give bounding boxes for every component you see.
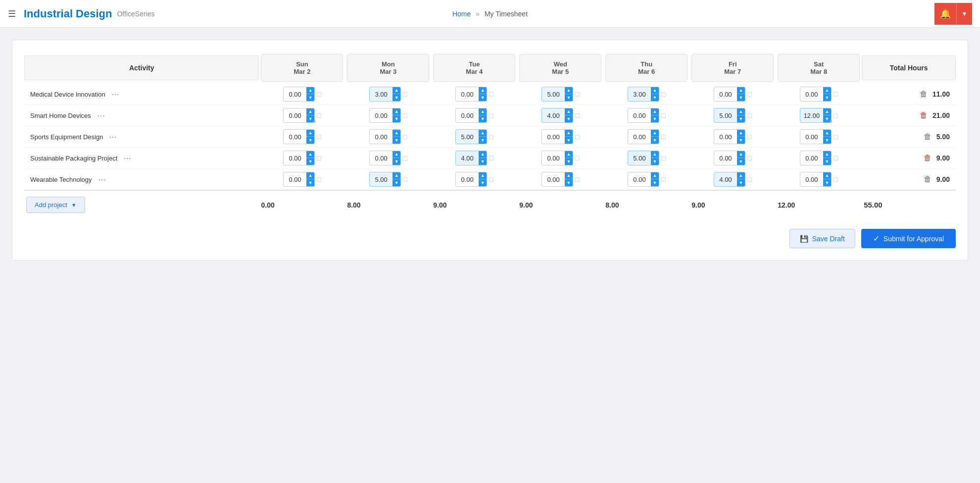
note-icon-1-5[interactable]: □ — [747, 111, 751, 119]
spin-down-0-5[interactable]: ▼ — [737, 94, 745, 101]
spin-down-3-3[interactable]: ▼ — [565, 158, 573, 165]
note-icon-2-0[interactable]: □ — [317, 133, 321, 141]
spin-up-2-5[interactable]: ▲ — [737, 130, 745, 137]
note-icon-2-4[interactable]: □ — [661, 133, 665, 141]
spin-up-0-1[interactable]: ▲ — [392, 87, 400, 94]
spin-down-0-4[interactable]: ▼ — [651, 94, 659, 101]
spin-down-1-5[interactable]: ▼ — [737, 115, 745, 122]
spin-down-0-1[interactable]: ▼ — [392, 94, 400, 101]
spin-down-1-4[interactable]: ▼ — [651, 115, 659, 122]
spin-up-2-1[interactable]: ▲ — [392, 130, 400, 137]
hour-input-4-1[interactable] — [370, 174, 392, 185]
spin-down-4-5[interactable]: ▼ — [737, 179, 745, 186]
spin-up-1-0[interactable]: ▲ — [306, 108, 314, 115]
note-icon-2-6[interactable]: □ — [833, 133, 837, 141]
spin-down-2-5[interactable]: ▼ — [737, 137, 745, 144]
spin-down-4-0[interactable]: ▼ — [306, 179, 314, 186]
spin-up-3-6[interactable]: ▲ — [823, 151, 831, 158]
row-options-button-1[interactable]: ⋯ — [95, 110, 107, 121]
note-icon-3-6[interactable]: □ — [833, 154, 837, 162]
hour-input-4-0[interactable] — [284, 174, 306, 185]
hour-input-0-2[interactable] — [456, 89, 479, 100]
spin-up-3-0[interactable]: ▲ — [306, 151, 314, 158]
note-icon-0-0[interactable]: □ — [317, 90, 321, 98]
hour-input-3-4[interactable] — [628, 153, 651, 164]
spin-up-3-5[interactable]: ▲ — [737, 151, 745, 158]
spin-down-0-0[interactable]: ▼ — [306, 94, 314, 101]
spin-down-0-3[interactable]: ▼ — [565, 94, 573, 101]
note-icon-3-2[interactable]: □ — [489, 154, 493, 162]
note-icon-4-1[interactable]: □ — [403, 175, 407, 183]
spin-down-2-4[interactable]: ▼ — [651, 137, 659, 144]
hour-input-1-3[interactable] — [542, 110, 565, 121]
note-icon-1-4[interactable]: □ — [661, 111, 665, 119]
note-icon-3-1[interactable]: □ — [403, 154, 407, 162]
hour-input-0-4[interactable] — [628, 89, 651, 100]
spin-up-2-4[interactable]: ▲ — [651, 130, 659, 137]
hour-input-1-2[interactable] — [456, 110, 479, 121]
delete-row-button-4[interactable]: 🗑 — [921, 174, 934, 185]
spin-down-2-6[interactable]: ▼ — [823, 137, 831, 144]
spin-down-3-1[interactable]: ▼ — [392, 158, 400, 165]
hour-input-0-1[interactable] — [370, 89, 392, 100]
note-icon-4-0[interactable]: □ — [317, 175, 321, 183]
spin-down-3-6[interactable]: ▼ — [823, 158, 831, 165]
spin-down-3-0[interactable]: ▼ — [306, 158, 314, 165]
spin-up-1-6[interactable]: ▲ — [823, 108, 831, 115]
spin-down-4-6[interactable]: ▼ — [823, 179, 831, 186]
spin-down-4-1[interactable]: ▼ — [392, 179, 400, 186]
spin-up-2-0[interactable]: ▲ — [306, 130, 314, 137]
delete-row-button-2[interactable]: 🗑 — [921, 131, 934, 142]
save-draft-button[interactable]: 💾 Save Draft — [789, 229, 855, 248]
note-icon-0-1[interactable]: □ — [403, 90, 407, 98]
spin-up-1-2[interactable]: ▲ — [479, 108, 487, 115]
note-icon-1-6[interactable]: □ — [833, 111, 837, 119]
note-icon-4-2[interactable]: □ — [489, 175, 493, 183]
notification-bell-button[interactable]: 🔔 — [934, 3, 956, 25]
hour-input-3-6[interactable] — [800, 153, 823, 164]
hour-input-2-3[interactable] — [542, 131, 565, 143]
hour-input-2-5[interactable] — [714, 131, 737, 143]
hour-input-2-6[interactable] — [800, 131, 823, 143]
note-icon-2-2[interactable]: □ — [489, 133, 493, 141]
hour-input-3-5[interactable] — [714, 153, 737, 164]
spin-down-2-1[interactable]: ▼ — [392, 137, 400, 144]
note-icon-0-5[interactable]: □ — [747, 90, 751, 98]
spin-down-2-2[interactable]: ▼ — [479, 137, 487, 144]
spin-down-2-3[interactable]: ▼ — [565, 137, 573, 144]
note-icon-1-1[interactable]: □ — [403, 111, 407, 119]
spin-up-0-4[interactable]: ▲ — [651, 87, 659, 94]
spin-up-0-6[interactable]: ▲ — [823, 87, 831, 94]
hour-input-1-6[interactable] — [800, 110, 823, 121]
menu-icon[interactable]: ☰ — [8, 8, 16, 19]
hour-input-0-0[interactable] — [284, 89, 306, 100]
spin-down-4-4[interactable]: ▼ — [651, 179, 659, 186]
note-icon-0-4[interactable]: □ — [661, 90, 665, 98]
spin-up-2-3[interactable]: ▲ — [565, 130, 573, 137]
row-options-button-3[interactable]: ⋯ — [121, 153, 134, 164]
note-icon-1-0[interactable]: □ — [317, 111, 321, 119]
spin-down-0-6[interactable]: ▼ — [823, 94, 831, 101]
spin-up-4-6[interactable]: ▲ — [823, 172, 831, 179]
spin-down-1-3[interactable]: ▼ — [565, 115, 573, 122]
hour-input-4-5[interactable] — [714, 174, 737, 185]
row-options-button-2[interactable]: ⋯ — [107, 131, 119, 143]
hour-input-1-0[interactable] — [284, 110, 306, 121]
hour-input-3-3[interactable] — [542, 153, 565, 164]
spin-up-3-2[interactable]: ▲ — [479, 151, 487, 158]
note-icon-0-3[interactable]: □ — [575, 90, 579, 98]
hour-input-3-0[interactable] — [284, 153, 306, 164]
hour-input-2-2[interactable] — [456, 131, 479, 143]
spin-up-3-4[interactable]: ▲ — [651, 151, 659, 158]
note-icon-1-2[interactable]: □ — [489, 111, 493, 119]
note-icon-4-6[interactable]: □ — [833, 175, 837, 183]
hour-input-3-2[interactable] — [456, 153, 479, 164]
spin-down-1-2[interactable]: ▼ — [479, 115, 487, 122]
spin-up-0-2[interactable]: ▲ — [479, 87, 487, 94]
spin-down-0-2[interactable]: ▼ — [479, 94, 487, 101]
note-icon-3-3[interactable]: □ — [575, 154, 579, 162]
note-icon-4-3[interactable]: □ — [575, 175, 579, 183]
add-project-button[interactable]: Add project ▼ — [26, 197, 85, 213]
hour-input-1-1[interactable] — [370, 110, 392, 121]
note-icon-4-5[interactable]: □ — [747, 175, 751, 183]
